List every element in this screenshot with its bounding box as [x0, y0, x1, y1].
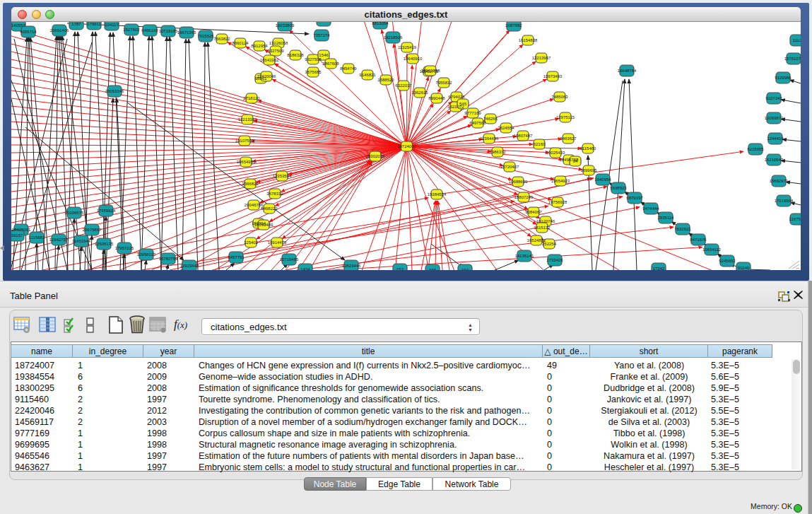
svg-text:252254: 252254: [542, 242, 557, 246]
svg-text:9699695: 9699695: [580, 168, 597, 173]
svg-text:20053346: 20053346: [105, 89, 124, 93]
svg-text:10107552: 10107552: [235, 139, 254, 143]
svg-text:11451944: 11451944: [72, 239, 91, 243]
svg-text:104117: 104117: [105, 23, 119, 27]
svg-text:7357274: 7357274: [313, 33, 330, 37]
svg-text:18724007: 18724007: [397, 144, 416, 148]
svg-text:6879197: 6879197: [626, 196, 643, 200]
svg-text:16543362: 16543362: [260, 58, 279, 62]
svg-text:14136141: 14136141: [515, 254, 534, 258]
svg-text:1244419: 1244419: [767, 136, 784, 141]
svg-text:9457791: 9457791: [228, 255, 245, 259]
svg-text:1167533: 1167533: [789, 217, 801, 221]
svg-text:18807249: 18807249: [514, 195, 534, 199]
svg-text:19218506: 19218506: [384, 35, 403, 40]
svg-text:17957225: 17957225: [115, 246, 134, 250]
svg-text:17342: 17342: [653, 267, 665, 270]
svg-text:12942757: 12942757: [49, 238, 69, 242]
svg-text:18640910: 18640910: [404, 57, 423, 61]
svg-text:10025433: 10025433: [546, 151, 565, 155]
svg-text:7485063: 7485063: [551, 95, 568, 99]
svg-text:9129966: 9129966: [775, 76, 792, 80]
svg-text:8990448: 8990448: [428, 96, 445, 100]
svg-text:8186328: 8186328: [287, 53, 304, 57]
svg-text:2867608: 2867608: [322, 62, 339, 66]
svg-text:17359924: 17359924: [97, 209, 116, 213]
svg-text:1588520: 1588520: [377, 78, 394, 82]
svg-text:166: 166: [429, 268, 437, 270]
svg-text:2718120: 2718120: [243, 96, 260, 100]
svg-text:16120746: 16120746: [536, 219, 555, 223]
svg-text:3678312: 3678312: [266, 192, 283, 196]
svg-text:9146821: 9146821: [359, 73, 376, 77]
svg-text:8813054: 8813054: [372, 22, 389, 25]
svg-text:8454749: 8454749: [340, 66, 357, 71]
svg-text:9463627: 9463627: [560, 136, 577, 141]
svg-text:10807487: 10807487: [514, 134, 533, 138]
svg-text:15720407: 15720407: [500, 165, 519, 169]
svg-text:29302035: 29302035: [366, 154, 385, 158]
svg-text:62160: 62160: [534, 142, 546, 146]
svg-text:811: 811: [320, 22, 327, 23]
svg-text:22420046: 22420046: [257, 74, 276, 78]
svg-text:1733426: 1733426: [546, 258, 563, 262]
svg-text:10958107: 10958107: [137, 252, 156, 257]
svg-text:7515526: 7515526: [197, 34, 214, 38]
svg-text:15692971: 15692971: [770, 179, 789, 183]
svg-text:8215955: 8215955: [747, 147, 764, 151]
svg-text:93245: 93245: [738, 266, 750, 270]
svg-text:16210643: 16210643: [765, 158, 784, 162]
svg-text:179611: 179611: [87, 22, 101, 26]
svg-text:9084067: 9084067: [525, 210, 542, 214]
svg-text:12505135: 12505135: [95, 242, 114, 246]
svg-text:16914479: 16914479: [268, 240, 287, 245]
svg-text:9245652: 9245652: [719, 259, 736, 263]
svg-text:18099489: 18099489: [254, 223, 273, 227]
svg-text:1434: 1434: [300, 267, 310, 270]
svg-text:9327508: 9327508: [305, 57, 322, 62]
svg-text:20691406: 20691406: [50, 28, 69, 33]
svg-text:16033809: 16033809: [276, 23, 295, 28]
svg-text:12975115: 12975115: [556, 115, 575, 119]
svg-text:6497568: 6497568: [469, 121, 486, 125]
svg-text:6794028: 6794028: [448, 95, 465, 99]
svg-text:5498222: 5498222: [261, 206, 278, 211]
svg-text:12923448: 12923448: [180, 264, 199, 268]
svg-text:16154838: 16154838: [519, 38, 538, 42]
svg-text:20206575: 20206575: [65, 211, 84, 215]
svg-text:11325419: 11325419: [398, 45, 417, 49]
svg-text:9777169: 9777169: [464, 111, 481, 115]
svg-text:8471676: 8471676: [690, 238, 707, 242]
svg-text:12823446: 12823446: [342, 264, 361, 268]
svg-text:17016504: 17016504: [775, 199, 794, 203]
svg-text:7955812: 7955812: [435, 81, 452, 85]
svg-text:19654955: 19654955: [237, 160, 256, 164]
svg-text:104: 104: [461, 268, 469, 270]
svg-text:10719185: 10719185: [159, 29, 178, 33]
svg-text:7663822: 7663822: [213, 37, 230, 41]
svg-text:6466160: 6466160: [141, 28, 158, 33]
svg-text:1615132: 1615132: [534, 226, 551, 230]
svg-text:84: 84: [573, 159, 578, 163]
svg-text:9227343: 9227343: [765, 96, 782, 100]
svg-text:10688609: 10688609: [509, 180, 528, 184]
svg-text:7986372: 7986372: [489, 150, 506, 154]
svg-text:16671365: 16671365: [177, 30, 196, 35]
svg-text:15716485: 15716485: [280, 257, 299, 262]
svg-text:15751074: 15751074: [784, 57, 801, 61]
svg-text:125402: 125402: [244, 240, 259, 245]
svg-text:13226058: 13226058: [269, 41, 288, 45]
svg-text:8912954: 8912954: [251, 44, 268, 48]
svg-text:8660124: 8660124: [232, 41, 249, 45]
svg-text:1115682: 1115682: [29, 235, 45, 240]
svg-text:28425061: 28425061: [12, 228, 31, 232]
svg-text:16782759: 16782759: [159, 257, 178, 261]
svg-text:16961758: 16961758: [421, 69, 440, 73]
svg-text:1640954: 1640954: [594, 177, 611, 182]
svg-text:10654112: 10654112: [702, 247, 722, 252]
svg-text:1112: 1112: [793, 38, 801, 42]
svg-text:12353594: 12353594: [273, 174, 292, 178]
svg-text:10973493: 10973493: [543, 74, 563, 78]
svg-text:19384554: 19384554: [428, 192, 447, 197]
svg-text:9115460: 9115460: [580, 146, 597, 151]
